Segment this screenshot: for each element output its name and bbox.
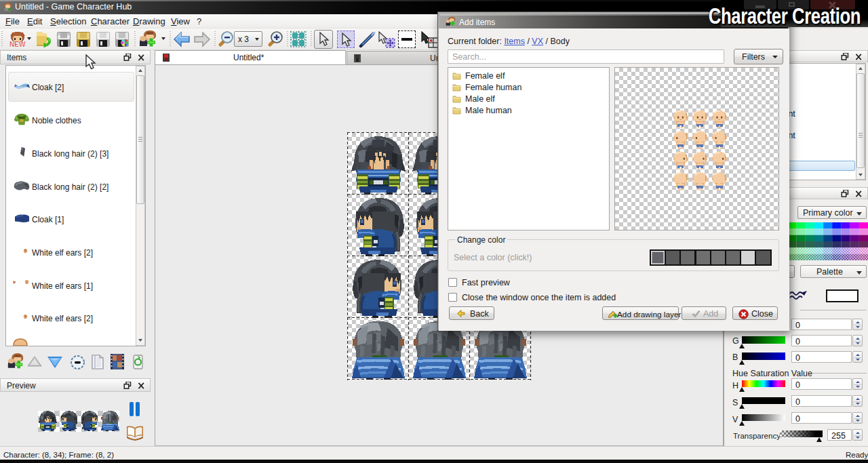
svg-text:NEW: NEW [9,41,26,48]
